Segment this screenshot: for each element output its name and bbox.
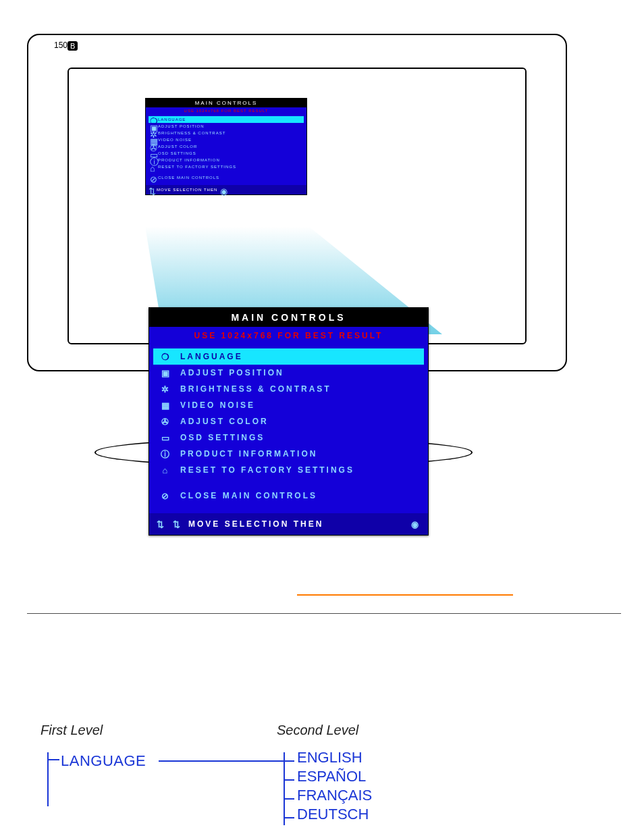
spacer — [153, 478, 424, 488]
osd-item[interactable]: ✇ADJUST COLOR — [149, 143, 304, 150]
osd-menu-thumbnail: MAIN CONTROLS USE 1024x768 FOR BEST RESU… — [145, 98, 307, 195]
osd-item[interactable]: ⓘPRODUCT INFORMATION — [149, 157, 304, 163]
osd-item-factory-reset[interactable]: ⌂ RESET TO FACTORY SETTINGS — [153, 462, 424, 478]
osd-item-product-info[interactable]: ⓘ PRODUCT INFORMATION — [153, 446, 424, 462]
osd-item-osd-settings[interactable]: ▭ OSD SETTINGS — [153, 429, 424, 446]
position-icon: ▣ — [150, 124, 155, 129]
osd-body: ❍ LANGUAGE ▣ ADJUST POSITION ✲ BRIGHTNES… — [149, 344, 428, 513]
osd-item-label: ADJUST POSITION — [158, 124, 205, 128]
tree-level2-item: DEUTSCH — [297, 805, 372, 824]
osd-title: MAIN CONTROLS — [146, 99, 306, 107]
osd-item-adjust-color[interactable]: ✇ ADJUST COLOR — [153, 413, 424, 429]
globe-icon: ❍ — [150, 117, 155, 122]
tree-branch — [284, 752, 293, 825]
tree-header-level1: First Level — [41, 723, 103, 738]
close-icon: ⊘ — [150, 175, 155, 180]
osd-title: MAIN CONTROLS — [149, 308, 428, 327]
osd-close[interactable]: ⊘CLOSE MAIN CONTROLS — [149, 174, 304, 181]
osd-item-label: RESET TO FACTORY SETTINGS — [180, 465, 354, 475]
osd-item-label: PRODUCT INFORMATION — [180, 449, 317, 459]
position-icon: ▣ — [160, 367, 172, 378]
info-icon: ⓘ — [160, 448, 172, 459]
osd-item-label: LANGUAGE — [180, 352, 243, 361]
osd-item-label: ADJUST COLOR — [158, 145, 197, 149]
osd-item[interactable]: ▣ADJUST POSITION — [149, 123, 304, 130]
updown-icon: ⇅ — [156, 519, 167, 529]
grid-icon: ▦ — [150, 137, 155, 142]
osd-item-language[interactable]: ❍ LANGUAGE — [153, 348, 424, 365]
osd-item[interactable]: ▦VIDEO NOISE — [149, 136, 304, 143]
osd-subtitle: USE 1024x768 FOR BEST RESULT — [146, 107, 306, 114]
osd-item-label: OSD SETTINGS — [158, 151, 196, 155]
osd-close-label: CLOSE MAIN CONTROLS — [158, 176, 219, 180]
osd-item-label: LANGUAGE — [158, 118, 186, 122]
tree-branch — [47, 752, 58, 806]
osd-item[interactable]: ✲BRIGHTNESS & CONTRAST — [149, 130, 304, 136]
ok-icon: ◉ — [410, 519, 421, 529]
osd-item-label: RESET TO FACTORY SETTINGS — [158, 165, 236, 169]
palette-icon: ✇ — [160, 416, 172, 427]
osd-body: ❍LANGUAGE ▣ADJUST POSITION ✲BRIGHTNESS &… — [146, 114, 306, 185]
osd-item-adjust-position[interactable]: ▣ ADJUST POSITION — [153, 365, 424, 381]
osd-item-label: OSD SETTINGS — [180, 433, 265, 442]
osd-item-label: PRODUCT INFORMATION — [158, 158, 220, 162]
tree-level2-item: FRANÇAIS — [297, 786, 372, 805]
osd-item-label: VIDEO NOISE — [158, 138, 192, 142]
osd-close-label: CLOSE MAIN CONTROLS — [180, 491, 317, 500]
osd-footer: ⇅ ⇅ MOVE SELECTION THEN ◉ — [149, 513, 428, 535]
osd-menu: MAIN CONTROLS USE 1024x768 FOR BEST RESU… — [149, 307, 429, 536]
monitor-model-label: 150B — [54, 41, 78, 51]
model-prefix: 150 — [54, 41, 68, 50]
updown-icon: ⇅ — [149, 187, 154, 192]
updown-icon: ⇅ — [172, 519, 183, 529]
osd-item[interactable]: ▭OSD SETTINGS — [149, 150, 304, 157]
osd-footer-label: MOVE SELECTION THEN — [157, 188, 217, 192]
osd-subtitle: USE 1024x768 FOR BEST RESULT — [149, 327, 428, 344]
osd-item[interactable]: ❍LANGUAGE — [149, 116, 304, 123]
globe-icon: ❍ — [160, 351, 172, 362]
osd-item[interactable]: ⌂RESET TO FACTORY SETTINGS — [149, 163, 304, 170]
osd-footer-label: MOVE SELECTION THEN — [188, 519, 323, 529]
factory-icon: ⌂ — [160, 465, 172, 475]
tree-level2-item: ESPAÑOL — [297, 767, 372, 786]
factory-icon: ⌂ — [150, 164, 155, 170]
info-icon: ⓘ — [150, 157, 155, 163]
osd-item-label: VIDEO NOISE — [180, 400, 255, 410]
tree-header-level2: Second Level — [277, 723, 358, 738]
osd-close[interactable]: ⊘ CLOSE MAIN CONTROLS — [153, 488, 424, 504]
divider — [27, 613, 621, 614]
tree-level1-item: LANGUAGE — [61, 752, 146, 770]
osd-item-label: BRIGHTNESS & CONTRAST — [158, 131, 225, 135]
monitor-icon: ▭ — [150, 151, 155, 156]
sun-icon: ✲ — [160, 384, 172, 394]
divider-accent — [297, 594, 513, 596]
tree-level2-list: ENGLISH ESPAÑOL FRANÇAIS DEUTSCH — [297, 748, 372, 824]
osd-item-brightness-contrast[interactable]: ✲ BRIGHTNESS & CONTRAST — [153, 381, 424, 397]
tree-level2-item: ENGLISH — [297, 748, 372, 767]
osd-footer: ⇅ MOVE SELECTION THEN ◉ — [146, 185, 306, 194]
osd-item-label: BRIGHTNESS & CONTRAST — [180, 384, 331, 394]
ok-icon: ◉ — [220, 187, 225, 192]
monitor-icon: ▭ — [160, 432, 172, 443]
model-badge: B — [68, 41, 78, 51]
grid-icon: ▦ — [160, 400, 172, 411]
osd-item-label: ADJUST COLOR — [180, 417, 269, 426]
sun-icon: ✲ — [150, 130, 155, 136]
palette-icon: ✇ — [150, 144, 155, 149]
close-icon: ⊘ — [160, 490, 172, 501]
tree-connector — [159, 760, 284, 762]
osd-item-label: ADJUST POSITION — [180, 368, 284, 377]
osd-item-video-noise[interactable]: ▦ VIDEO NOISE — [153, 397, 424, 413]
